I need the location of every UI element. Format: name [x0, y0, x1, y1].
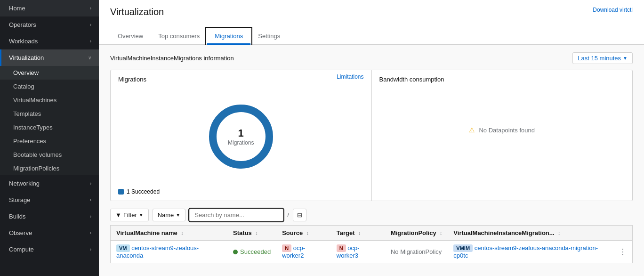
- col-migration-policy: MigrationPolicy ↕: [385, 226, 448, 241]
- sidebar-item-overview[interactable]: Overview: [0, 66, 99, 80]
- filter-button[interactable]: ▼ Filter ▼: [110, 209, 149, 221]
- sidebar-item-virtual-machines[interactable]: VirtualMachines: [0, 93, 99, 107]
- chevron-right-icon: ›: [90, 39, 91, 44]
- sidebar-item-label: Compute: [9, 246, 34, 253]
- filter-label: Filter: [123, 211, 137, 219]
- sidebar-item-storage[interactable]: Storage ›: [0, 192, 99, 208]
- tab-bar: Overview Top consumers Migrations Settin…: [99, 23, 644, 45]
- warning-icon: ⚠: [469, 126, 475, 134]
- bandwidth-panel-label: Bandwidth consumption: [379, 76, 444, 83]
- table-body: VM centos-stream9-zealous-anaconda Succe…: [111, 241, 633, 263]
- table-row: VM centos-stream9-zealous-anaconda Succe…: [111, 241, 633, 263]
- chevron-down-icon: ∨: [88, 55, 91, 60]
- sort-policy-icon[interactable]: ↕: [440, 231, 442, 236]
- cell-row-actions: ⋮: [613, 241, 633, 263]
- main-content: Virtualization Download virtctl Overview…: [99, 0, 644, 276]
- vmim-badge: VMiM: [453, 244, 473, 252]
- sidebar: Home › Operators › Workloads › Virtualiz…: [0, 0, 99, 276]
- tab-settings[interactable]: Settings: [250, 29, 288, 45]
- sort-target-icon[interactable]: ↕: [358, 231, 361, 236]
- chevron-right-icon: ›: [90, 197, 91, 203]
- search-input[interactable]: [189, 209, 283, 221]
- table-section: ▼ Filter ▼ Name ▼ / ⊟: [110, 209, 633, 263]
- sidebar-item-preferences[interactable]: Preferences: [0, 134, 99, 148]
- sort-vmim-icon[interactable]: ↕: [558, 231, 560, 236]
- sort-source-icon[interactable]: ↕: [306, 231, 309, 236]
- sidebar-item-label: Networking: [9, 180, 40, 187]
- donut-value: 1: [228, 127, 254, 139]
- col-vm-name: VirtualMachine name ↕: [111, 226, 228, 241]
- sidebar-item-bootable-volumes[interactable]: Bootable volumes: [0, 148, 99, 162]
- legend-succeeded-label: 1 Succeeded: [127, 188, 160, 195]
- time-range-label: Last 15 minutes: [578, 55, 621, 62]
- table-toolbar: ▼ Filter ▼ Name ▼ / ⊟: [110, 209, 633, 221]
- sidebar-item-label: Workloads: [9, 38, 38, 45]
- migrations-panel-label: Migrations: [118, 76, 146, 83]
- sidebar-item-home[interactable]: Home ›: [0, 0, 99, 16]
- chevron-right-icon: ›: [90, 247, 91, 252]
- filter-chevron-icon: ▼: [139, 212, 144, 218]
- sort-vm-name-icon[interactable]: ↕: [181, 231, 183, 236]
- time-range-dropdown[interactable]: Last 15 minutes ▼: [572, 52, 633, 64]
- cell-status: Succeeded: [227, 241, 276, 263]
- cell-vmim: VMiM centos-stream9-zealous-anaconda-mig…: [448, 241, 613, 263]
- migration-policy-value: No MigrationPolicy: [391, 248, 442, 255]
- page-title: Virtualization: [110, 7, 164, 17]
- no-data-text: No Datapoints found: [479, 127, 535, 134]
- sidebar-item-templates[interactable]: Templates: [0, 107, 99, 121]
- sort-status-icon[interactable]: ↕: [255, 231, 258, 236]
- sidebar-item-label: Virtualization: [9, 54, 44, 61]
- col-actions: [613, 226, 633, 241]
- sidebar-item-catalog[interactable]: Catalog: [0, 80, 99, 93]
- chevron-down-icon: ▼: [623, 56, 628, 61]
- divider: /: [287, 211, 289, 219]
- sidebar-item-instance-types[interactable]: InstanceTypes: [0, 121, 99, 134]
- chevron-right-icon: ›: [90, 230, 91, 235]
- sidebar-item-label: Home: [9, 5, 25, 12]
- name-label: Name: [158, 211, 174, 219]
- legend-succeeded-color: [118, 189, 124, 195]
- name-filter-button[interactable]: Name ▼: [153, 209, 186, 221]
- sidebar-item-label: Storage: [9, 196, 31, 203]
- chevron-right-icon: ›: [90, 6, 91, 11]
- sidebar-item-operators[interactable]: Operators ›: [0, 16, 99, 33]
- chevron-right-icon: ›: [90, 214, 91, 219]
- chevron-right-icon: ›: [90, 181, 91, 186]
- content-area: VirtualMachineInstanceMigrations informa…: [99, 45, 644, 276]
- row-actions-button[interactable]: ⋮: [619, 248, 627, 256]
- col-source: Source ↕: [276, 226, 331, 241]
- migrations-table: VirtualMachine name ↕ Status ↕ Source ↕: [110, 225, 633, 263]
- no-data-message: ⚠ No Datapoints found: [379, 83, 625, 177]
- sidebar-item-label: Builds: [9, 213, 25, 220]
- tabs-container: Overview Top consumers Migrations Settin…: [110, 29, 633, 44]
- sidebar-item-compute[interactable]: Compute ›: [0, 241, 99, 258]
- cell-migration-policy: No MigrationPolicy: [385, 241, 448, 263]
- limitations-link[interactable]: Limitations: [337, 73, 363, 80]
- status-label: Succeeded: [240, 248, 271, 255]
- vmim-name-link[interactable]: centos-stream9-zealous-anaconda-migratio…: [453, 244, 598, 259]
- download-virtctl-link[interactable]: Download virtctl: [593, 7, 633, 13]
- section-info-label: VirtualMachineInstanceMigrations informa…: [110, 55, 234, 62]
- table-header: VirtualMachine name ↕ Status ↕ Source ↕: [111, 226, 633, 241]
- donut-chart-container: 1 Migrations: [118, 89, 364, 184]
- chevron-right-icon: ›: [90, 22, 91, 27]
- name-chevron-icon: ▼: [176, 212, 180, 218]
- sidebar-item-migration-policies[interactable]: MigrationPolicies: [0, 162, 99, 175]
- panels-container: Migrations Limitations 1: [110, 70, 633, 201]
- sidebar-item-virtualization[interactable]: Virtualization ∨: [0, 49, 99, 66]
- section-header: VirtualMachineInstanceMigrations informa…: [110, 52, 633, 64]
- sidebar-item-builds[interactable]: Builds ›: [0, 208, 99, 225]
- status-succeeded: Succeeded: [233, 248, 271, 255]
- donut-label: Migrations: [228, 139, 254, 146]
- vm-badge: VM: [116, 244, 130, 252]
- sidebar-item-observe[interactable]: Observe ›: [0, 225, 99, 241]
- tab-overview[interactable]: Overview: [110, 29, 151, 45]
- columns-button[interactable]: ⊟: [293, 209, 306, 221]
- bandwidth-panel: Bandwidth consumption ⚠ No Datapoints fo…: [372, 70, 633, 201]
- migrations-panel: Migrations Limitations 1: [111, 70, 372, 201]
- col-status: Status ↕: [227, 226, 276, 241]
- sidebar-item-networking[interactable]: Networking ›: [0, 175, 99, 192]
- tab-migrations[interactable]: Migrations: [207, 29, 250, 45]
- sidebar-item-workloads[interactable]: Workloads ›: [0, 33, 99, 49]
- tab-top-consumers[interactable]: Top consumers: [151, 29, 207, 45]
